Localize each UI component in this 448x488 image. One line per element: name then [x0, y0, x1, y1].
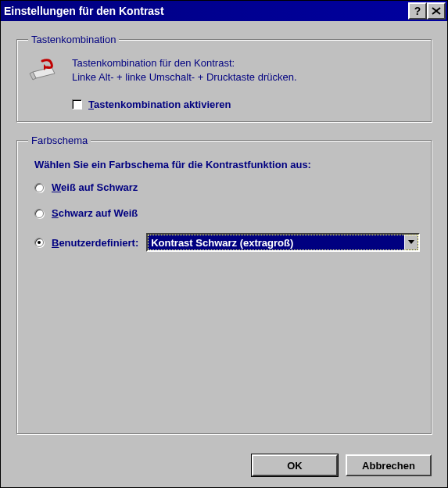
- group-colorscheme: Farbschema Wählen Sie ein Farbschema für…: [16, 135, 432, 434]
- chevron-down-icon: [404, 235, 418, 250]
- help-button[interactable]: ?: [408, 2, 427, 20]
- checkbox-icon: [72, 99, 82, 109]
- dropdown-value: Kontrast Schwarz (extragroß): [148, 235, 404, 250]
- radio-custom-row: Benutzerdefiniert: Kontrast Schwarz (ext…: [34, 233, 420, 252]
- cancel-button[interactable]: Abbrechen: [346, 454, 432, 476]
- button-label: OK: [287, 460, 303, 472]
- window-title: Einstellungen für den Kontrast: [4, 5, 407, 17]
- radio-label: Weiß auf Schwarz: [52, 181, 138, 193]
- dialog-buttons: OK Abbrechen: [16, 454, 432, 476]
- radio-icon: [34, 183, 44, 192]
- radio-black-on-white[interactable]: Schwarz auf Weiß: [34, 207, 420, 219]
- keyboard-shortcut-icon: [28, 56, 59, 84]
- group-shortcut-legend: Tastenkombination: [28, 34, 119, 45]
- group-colorscheme-legend: Farbschema: [28, 135, 91, 146]
- scheme-prompt: Wählen Sie ein Farbschema für die Kontra…: [34, 159, 420, 170]
- scheme-dropdown[interactable]: Kontrast Schwarz (extragroß): [146, 233, 420, 252]
- close-icon: [432, 5, 441, 17]
- shortcut-description: Tastenkombination für den Kontrast: Link…: [72, 56, 297, 84]
- radio-white-on-black[interactable]: Weiß auf Schwarz: [34, 181, 420, 193]
- shortcut-line1: Tastenkombination für den Kontrast:: [72, 56, 297, 70]
- checkbox-label: Tastenkombination aktivieren: [88, 99, 231, 110]
- dialog-window: Einstellungen für den Kontrast ? Tastenk…: [0, 0, 448, 488]
- radio-label: Benutzerdefiniert:: [52, 237, 138, 249]
- help-icon: ?: [414, 5, 421, 17]
- ok-button[interactable]: OK: [252, 454, 338, 476]
- close-button[interactable]: [427, 2, 446, 20]
- dialog-content: Tastenkombination Tastenkombination für …: [1, 21, 447, 487]
- radio-icon: [34, 238, 44, 247]
- shortcut-line2: Linke Alt- + linke Umschalt- + Drucktast…: [72, 70, 297, 84]
- group-shortcut: Tastenkombination Tastenkombination für …: [16, 34, 432, 122]
- activate-shortcut-checkbox[interactable]: Tastenkombination aktivieren: [72, 99, 420, 110]
- titlebar: Einstellungen für den Kontrast ?: [1, 1, 447, 21]
- radio-icon: [34, 209, 44, 218]
- radio-label: Schwarz auf Weiß: [52, 207, 138, 219]
- titlebar-buttons: ?: [407, 1, 447, 21]
- radio-custom[interactable]: Benutzerdefiniert:: [34, 237, 138, 249]
- button-label: Abbrechen: [362, 460, 415, 472]
- shortcut-row: Tastenkombination für den Kontrast: Link…: [28, 56, 420, 84]
